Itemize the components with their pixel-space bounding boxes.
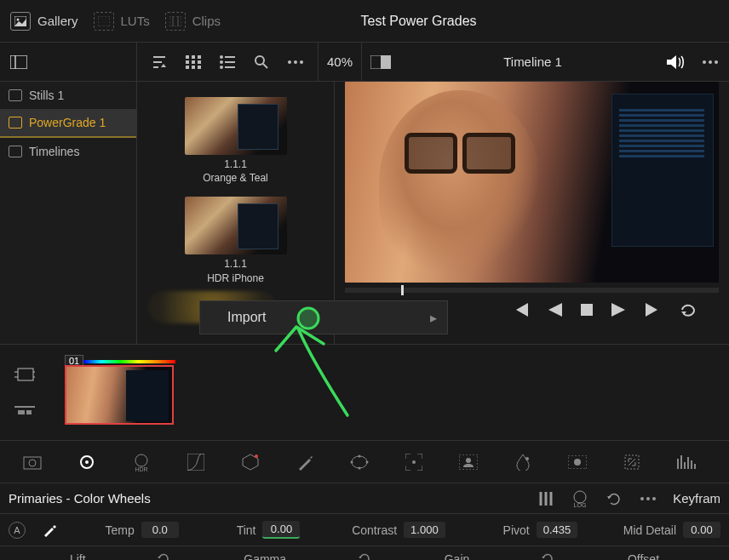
thumbnail-timeline: 01 [0,344,729,441]
still-thumbnail[interactable]: 1.1.1 Orange & Teal [185,97,287,185]
sizing-icon[interactable] [620,450,644,474]
zoom-level[interactable]: 40% [319,43,362,81]
tracker-icon[interactable] [402,450,426,474]
viewer[interactable] [345,82,719,283]
curves-icon[interactable] [184,450,208,474]
reset-lift-icon[interactable] [157,551,172,560]
svg-point-51 [359,466,361,469]
param-value[interactable]: 0.00 [262,521,300,539]
sort-icon[interactable] [149,52,169,72]
scopes-icon[interactable] [674,450,698,474]
timeline-name[interactable]: Timeline 1 [399,54,666,69]
still-thumbnail[interactable]: 1.1.1 HDR iPhone [185,197,287,284]
play-icon[interactable] [611,303,625,320]
stop-icon[interactable] [581,304,593,319]
import-menu-item[interactable]: Import [227,310,266,325]
svg-point-26 [294,60,297,64]
svg-rect-20 [225,61,235,63]
reset-gamma-icon[interactable] [358,551,373,560]
still-name: Orange & Teal [185,171,287,185]
svg-rect-43 [24,457,41,469]
svg-rect-15 [192,66,195,69]
tint-control[interactable]: Tint0.00 [237,521,301,539]
svg-point-59 [574,459,581,466]
clip-thumbnail[interactable]: 01 [65,360,175,425]
gain-label: Gain [445,552,470,560]
reset-gain-icon[interactable] [541,551,556,560]
svg-point-45 [135,454,147,466]
svg-point-64 [574,491,586,503]
camera-raw-icon[interactable] [20,450,44,474]
svg-line-24 [263,64,267,68]
bars-mode-icon[interactable] [535,488,557,510]
panel-more-icon[interactable] [637,488,659,510]
svg-rect-47 [187,454,204,471]
param-value[interactable]: 0.435 [537,522,578,538]
luts-tab[interactable]: LUTs [94,12,150,31]
gallery-tab[interactable]: Gallery [10,12,78,31]
clip-info-icon[interactable] [14,364,35,385]
middetail-control[interactable]: Mid Detail0.00 [623,522,720,538]
panel-layout-icon[interactable] [9,52,29,72]
qualifier-icon[interactable] [293,450,317,474]
blur-icon[interactable] [511,450,535,474]
window-icon[interactable] [347,450,371,474]
grid-view-icon[interactable] [183,52,204,72]
parameter-strip: A Temp0.0 Tint0.00 Contrast1.000 Pivot0.… [0,514,729,546]
magic-mask-icon[interactable] [456,450,480,474]
svg-point-53 [366,460,369,463]
list-view-icon[interactable] [217,52,238,72]
reset-all-icon[interactable] [603,488,625,510]
param-label: Temp [106,523,135,537]
more-icon[interactable] [285,52,306,72]
contrast-control[interactable]: Contrast1.000 [352,522,445,538]
svg-point-32 [715,60,718,64]
loop-icon[interactable] [680,303,698,320]
volume-icon[interactable] [666,52,686,72]
wheel-labels: Lift Gamma Gain Offset [0,546,729,560]
svg-point-30 [703,60,706,64]
viewer-more-icon[interactable] [700,52,720,72]
svg-point-66 [640,497,644,500]
log-mode-icon[interactable]: LOG [569,488,591,510]
prev-clip-icon[interactable] [513,303,530,320]
pivot-control[interactable]: Pivot0.435 [503,522,578,538]
highlight-mode-icon[interactable] [370,52,391,72]
clips-icon [165,12,186,31]
param-value[interactable]: 0.0 [141,522,179,538]
next-clip-icon[interactable] [644,303,661,320]
sidebar-item-stills[interactable]: Stills 1 [0,82,136,109]
svg-rect-41 [18,410,25,414]
submenu-arrow-icon: ▸ [430,310,437,326]
primaries-header: Primaries - Color Wheels LOG Keyfram [0,483,729,514]
key-icon[interactable] [565,450,589,474]
mini-timeline[interactable] [345,288,719,293]
hdr-icon[interactable]: HDR [129,450,153,474]
powergrade-album-icon [9,117,22,129]
stills-album-icon [9,89,22,101]
color-warper-icon[interactable] [238,450,262,474]
reverse-play-icon[interactable] [548,303,562,320]
keyframe-tab[interactable]: Keyfram [673,491,720,506]
param-label: Tint [237,523,256,537]
svg-point-57 [525,457,529,460]
pick-white-icon[interactable] [39,520,60,540]
offset-label: Offset [628,552,659,560]
color-wheels-icon[interactable] [75,450,99,474]
sidebar-item-timelines[interactable]: Timelines [0,138,136,165]
gallery-label: Gallery [37,14,78,28]
svg-point-17 [220,55,223,59]
clips-tab[interactable]: Clips [165,12,221,31]
lift-label: Lift [70,552,86,560]
auto-balance-icon[interactable]: A [9,522,26,539]
param-value[interactable]: 1.000 [404,522,445,538]
param-value[interactable]: 0.00 [683,522,720,538]
param-label: Mid Detail [623,523,676,537]
sidebar-item-powergrade[interactable]: PowerGrade 1 [0,109,136,138]
temp-control[interactable]: Temp0.0 [106,522,179,538]
gamma-label: Gamma [244,552,286,560]
wheels-mode-icon[interactable] [501,488,523,510]
svg-point-31 [709,60,712,64]
timeline-mode-icon[interactable] [14,400,35,420]
search-icon[interactable] [251,52,272,72]
